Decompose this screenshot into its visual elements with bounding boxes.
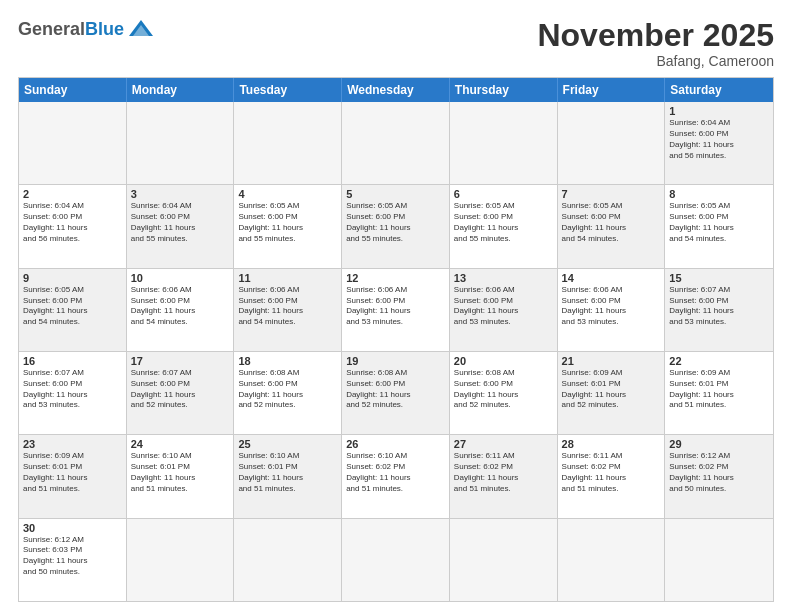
cell-info-line: Sunrise: 6:08 AM: [454, 368, 553, 379]
cell-info-line: and 53 minutes.: [23, 400, 122, 411]
cell-info-line: Sunrise: 6:09 AM: [562, 368, 661, 379]
cell-info-line: Sunset: 6:00 PM: [131, 379, 230, 390]
cell-info-line: Sunrise: 6:11 AM: [454, 451, 553, 462]
cell-info-line: Sunset: 6:00 PM: [454, 212, 553, 223]
cell-info-line: Daylight: 11 hours: [131, 473, 230, 484]
cell-info-line: and 54 minutes.: [23, 317, 122, 328]
calendar-cell-day-14: 14Sunrise: 6:06 AMSunset: 6:00 PMDayligh…: [558, 269, 666, 351]
cell-info-line: Daylight: 11 hours: [23, 556, 122, 567]
cell-info-line: Sunset: 6:00 PM: [238, 379, 337, 390]
cell-info-line: and 53 minutes.: [562, 317, 661, 328]
calendar-cell-day-9: 9Sunrise: 6:05 AMSunset: 6:00 PMDaylight…: [19, 269, 127, 351]
cell-info-line: Sunrise: 6:12 AM: [669, 451, 769, 462]
cell-info-line: and 54 minutes.: [669, 234, 769, 245]
cell-info-line: and 55 minutes.: [238, 234, 337, 245]
cell-info-line: and 52 minutes.: [562, 400, 661, 411]
calendar-header: SundayMondayTuesdayWednesdayThursdayFrid…: [19, 78, 773, 102]
calendar-cell-day-1: 1Sunrise: 6:04 AMSunset: 6:00 PMDaylight…: [665, 102, 773, 184]
cell-info-line: Sunrise: 6:06 AM: [131, 285, 230, 296]
cell-info-line: Sunset: 6:01 PM: [23, 462, 122, 473]
cell-info-line: and 51 minutes.: [562, 484, 661, 495]
day-number: 5: [346, 188, 445, 200]
logo-icon: [127, 18, 155, 40]
cell-info-line: and 54 minutes.: [131, 317, 230, 328]
cell-info-line: and 51 minutes.: [454, 484, 553, 495]
cell-info-line: Sunrise: 6:04 AM: [669, 118, 769, 129]
calendar-cell-day-25: 25Sunrise: 6:10 AMSunset: 6:01 PMDayligh…: [234, 435, 342, 517]
calendar-cell-day-22: 22Sunrise: 6:09 AMSunset: 6:01 PMDayligh…: [665, 352, 773, 434]
cell-info-line: Sunset: 6:00 PM: [346, 212, 445, 223]
day-number: 12: [346, 272, 445, 284]
calendar-row-3: 16Sunrise: 6:07 AMSunset: 6:00 PMDayligh…: [19, 351, 773, 434]
cell-info-line: Sunrise: 6:05 AM: [562, 201, 661, 212]
cell-info-line: Sunset: 6:00 PM: [238, 212, 337, 223]
calendar-cell-day-3: 3Sunrise: 6:04 AMSunset: 6:00 PMDaylight…: [127, 185, 235, 267]
calendar-cell-empty-5-1: [127, 519, 235, 601]
cell-info-line: Sunrise: 6:06 AM: [238, 285, 337, 296]
day-number: 14: [562, 272, 661, 284]
cell-info-line: Daylight: 11 hours: [562, 473, 661, 484]
calendar-cell-day-17: 17Sunrise: 6:07 AMSunset: 6:00 PMDayligh…: [127, 352, 235, 434]
calendar-cell-day-4: 4Sunrise: 6:05 AMSunset: 6:00 PMDaylight…: [234, 185, 342, 267]
calendar-cell-day-11: 11Sunrise: 6:06 AMSunset: 6:00 PMDayligh…: [234, 269, 342, 351]
cell-info-line: Sunrise: 6:07 AM: [131, 368, 230, 379]
cell-info-line: Sunset: 6:00 PM: [131, 296, 230, 307]
cell-info-line: Sunset: 6:00 PM: [562, 212, 661, 223]
cell-info-line: Daylight: 11 hours: [238, 390, 337, 401]
calendar-cell-day-12: 12Sunrise: 6:06 AMSunset: 6:00 PMDayligh…: [342, 269, 450, 351]
calendar-cell-day-30: 30Sunrise: 6:12 AMSunset: 6:03 PMDayligh…: [19, 519, 127, 601]
calendar-cell-day-18: 18Sunrise: 6:08 AMSunset: 6:00 PMDayligh…: [234, 352, 342, 434]
cell-info-line: Sunset: 6:00 PM: [346, 379, 445, 390]
cell-info-line: Sunrise: 6:10 AM: [346, 451, 445, 462]
cell-info-line: Sunset: 6:01 PM: [131, 462, 230, 473]
calendar-cell-empty-0-1: [127, 102, 235, 184]
cell-info-line: Daylight: 11 hours: [346, 473, 445, 484]
cell-info-line: Sunset: 6:00 PM: [454, 296, 553, 307]
cell-info-line: Daylight: 11 hours: [23, 390, 122, 401]
day-number: 22: [669, 355, 769, 367]
calendar-cell-empty-5-4: [450, 519, 558, 601]
cell-info-line: Sunrise: 6:05 AM: [238, 201, 337, 212]
day-number: 9: [23, 272, 122, 284]
cell-info-line: and 53 minutes.: [669, 317, 769, 328]
cell-info-line: and 56 minutes.: [23, 234, 122, 245]
cell-info-line: Sunset: 6:00 PM: [23, 212, 122, 223]
cell-info-line: and 53 minutes.: [346, 317, 445, 328]
day-number: 29: [669, 438, 769, 450]
cell-info-line: Sunset: 6:00 PM: [23, 296, 122, 307]
cell-info-line: Sunset: 6:03 PM: [23, 545, 122, 556]
day-number: 4: [238, 188, 337, 200]
cell-info-line: Daylight: 11 hours: [562, 223, 661, 234]
cell-info-line: Sunrise: 6:08 AM: [346, 368, 445, 379]
calendar-cell-day-8: 8Sunrise: 6:05 AMSunset: 6:00 PMDaylight…: [665, 185, 773, 267]
day-number: 28: [562, 438, 661, 450]
cell-info-line: and 56 minutes.: [669, 151, 769, 162]
cell-info-line: Sunrise: 6:11 AM: [562, 451, 661, 462]
calendar-cell-day-28: 28Sunrise: 6:11 AMSunset: 6:02 PMDayligh…: [558, 435, 666, 517]
weekday-header-friday: Friday: [558, 78, 666, 102]
cell-info-line: and 52 minutes.: [238, 400, 337, 411]
day-number: 8: [669, 188, 769, 200]
logo-text: General Blue: [18, 18, 155, 40]
cell-info-line: Daylight: 11 hours: [131, 306, 230, 317]
cell-info-line: Daylight: 11 hours: [238, 223, 337, 234]
calendar-row-5: 30Sunrise: 6:12 AMSunset: 6:03 PMDayligh…: [19, 518, 773, 601]
cell-info-line: and 52 minutes.: [346, 400, 445, 411]
calendar-cell-empty-0-4: [450, 102, 558, 184]
cell-info-line: Daylight: 11 hours: [669, 390, 769, 401]
day-number: 25: [238, 438, 337, 450]
day-number: 16: [23, 355, 122, 367]
cell-info-line: Sunrise: 6:04 AM: [23, 201, 122, 212]
calendar-cell-empty-5-6: [665, 519, 773, 601]
calendar-cell-day-21: 21Sunrise: 6:09 AMSunset: 6:01 PMDayligh…: [558, 352, 666, 434]
cell-info-line: Daylight: 11 hours: [238, 473, 337, 484]
cell-info-line: and 52 minutes.: [131, 400, 230, 411]
calendar-cell-day-20: 20Sunrise: 6:08 AMSunset: 6:00 PMDayligh…: [450, 352, 558, 434]
weekday-header-wednesday: Wednesday: [342, 78, 450, 102]
cell-info-line: Daylight: 11 hours: [669, 140, 769, 151]
title-area: November 2025 Bafang, Cameroon: [537, 18, 774, 69]
cell-info-line: Sunrise: 6:06 AM: [346, 285, 445, 296]
calendar-cell-day-24: 24Sunrise: 6:10 AMSunset: 6:01 PMDayligh…: [127, 435, 235, 517]
cell-info-line: Daylight: 11 hours: [562, 390, 661, 401]
calendar-cell-day-19: 19Sunrise: 6:08 AMSunset: 6:00 PMDayligh…: [342, 352, 450, 434]
